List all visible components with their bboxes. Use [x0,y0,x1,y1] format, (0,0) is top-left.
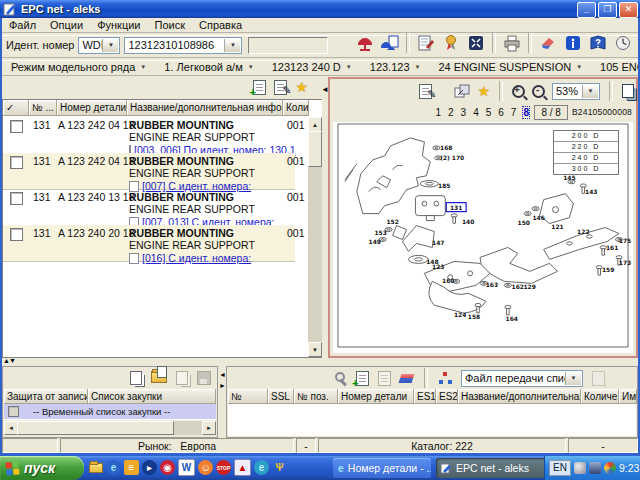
tray-app-icon-1[interactable] [574,462,586,474]
task-button-browser[interactable]: e Номер детали - ... [333,458,431,478]
realplayer-icon[interactable]: ◉ [160,460,175,475]
minimize-button[interactable]: _ [577,2,596,18]
page-number[interactable]: 2 [448,107,454,118]
language-indicator[interactable]: EN [549,460,571,476]
column-header-qty[interactable]: Количес... [283,100,309,116]
page-number[interactable]: 4 [473,107,479,118]
menu-file[interactable]: Файл [2,19,43,31]
column-header-es1[interactable]: ES1 [414,389,436,404]
scroll-down-icon[interactable]: ▼ [308,342,322,357]
footnote-link[interactable]: [016] С идент. номера: [142,252,251,264]
favorite-star-icon[interactable] [295,79,308,95]
column-header-name[interactable]: Название/дополнительная ин... [458,389,581,404]
tool-icon[interactable]: Ψ [272,460,287,475]
page-number[interactable]: 6 [498,107,504,118]
selector-subgroup[interactable]: 105 ENGINE SUSPENSION ON DIESEL VEHICLES [591,58,640,76]
page-number[interactable]: 7 [511,107,517,118]
help-book-icon[interactable] [587,32,609,54]
chevron-down-icon[interactable] [565,372,581,385]
column-header-part[interactable]: Номер детали [338,389,414,404]
folder-icon[interactable] [88,460,103,475]
order-pad-icon[interactable] [415,32,437,54]
award-icon[interactable] [440,32,462,54]
column-header-extra[interactable]: Име. [619,389,637,404]
eraser-icon[interactable] [537,32,559,54]
column-header-num[interactable]: № ... [29,100,57,116]
page-number[interactable]: 5 [486,107,492,118]
fit-image-icon[interactable] [454,84,470,98]
menu-help[interactable]: Справка [192,19,249,31]
page-number[interactable]: 1 [435,107,441,118]
view-doc-icon[interactable] [378,371,391,386]
column-header-pos[interactable]: № поз. [294,389,338,404]
structure-icon[interactable] [439,372,452,384]
search-tool-icon[interactable] [335,372,347,384]
export-icon[interactable] [592,371,605,386]
ident-number-combo[interactable]: 12312310108986 [124,37,242,54]
zoom-out-icon[interactable] [532,85,545,98]
internet-explorer-icon[interactable]: e [106,460,121,475]
chevron-down-icon[interactable] [224,39,240,52]
favorite-star-icon[interactable] [477,83,490,99]
abbyy-icon[interactable]: ▲ [234,459,251,476]
scroll-right-icon[interactable]: ► [202,421,216,435]
service-car-icon[interactable] [354,32,376,54]
transfer-file-combo[interactable]: Файл передачи списка зак... [461,370,583,387]
purchase-list-row[interactable]: -- Временный список закупки -- [4,404,216,419]
table-row[interactable]: 131 A 123 240 13 18 RUBBER MOUNTING ENGI… [3,189,295,226]
menu-options[interactable]: Опции [43,19,90,31]
outlook-icon[interactable]: ≡ [124,460,139,475]
selector-series[interactable]: 123.123 [361,58,430,76]
chevron-down-icon[interactable] [102,39,118,52]
zoom-in-icon[interactable] [512,85,525,98]
print-icon[interactable] [501,32,523,54]
column-header-no[interactable]: № [228,389,268,404]
menu-functions[interactable]: Функции [90,19,147,31]
pages-icon[interactable] [622,84,634,98]
column-header-write-protect[interactable]: Защита от записи [4,389,88,404]
add-to-list-icon[interactable] [253,80,266,95]
selector-vehicle-type[interactable]: 1. Легковой а/м [155,58,262,76]
chevron-down-icon[interactable] [582,85,598,98]
scroll-up-icon[interactable]: ▲ [308,117,322,132]
tray-app-icon-3[interactable] [604,462,616,474]
vehicle-data-icon[interactable] [379,32,401,54]
selector-group[interactable]: 24 ENGINE SUSPENSION [429,58,591,76]
bottom-splitter[interactable] [218,366,226,438]
table-row[interactable]: 131 A 123 242 04 13 RUBBER MOUNTING ENGI… [3,153,295,190]
column-header-check[interactable]: ✓ [3,100,29,116]
scroll-left-icon[interactable]: ◄ [4,421,18,435]
parts-diagram[interactable]: 168(2) 170185131140152153149147148150146… [333,122,633,353]
stop-icon[interactable]: STOP [216,460,231,475]
explorer-icon[interactable]: e [254,460,269,475]
row-checkbox[interactable] [10,228,23,241]
session-time-icon[interactable] [612,32,634,54]
table-row[interactable]: 131 A 123 242 04 13 RUBBER MOUNTING ENGI… [3,117,295,154]
column-header-name[interactable]: Название/дополнительная информация [127,100,283,116]
page-number-active[interactable]: 8 [523,107,529,118]
column-header-list[interactable]: Список закупки [88,389,216,404]
media-player-icon[interactable]: ▸ [142,460,157,475]
start-button[interactable]: пуск [0,456,84,480]
open-list-icon[interactable] [151,371,167,385]
edit-note-icon[interactable] [274,80,287,95]
horizontal-scrollbar[interactable]: ◄ ► [4,421,216,435]
word-icon[interactable]: W [178,459,195,476]
duplicate-icon[interactable] [176,371,188,385]
tray-app-icon-2[interactable] [589,462,601,474]
add-to-list-icon[interactable] [356,371,369,386]
table-row[interactable]: 131 A 123 240 20 18 RUBBER MOUNTING ENGI… [3,225,295,262]
eraser-icon[interactable] [399,374,415,383]
task-button-epc[interactable]: EPC net - aleks [436,458,554,478]
column-header-qty[interactable]: Количе... [581,389,619,404]
row-checkbox[interactable] [10,192,23,205]
scrollbar-thumb[interactable] [308,131,322,167]
messenger-icon[interactable]: ☺ [198,460,213,475]
selector-model-mode[interactable]: Режим модельного ряда [2,58,155,76]
edit-note-icon[interactable] [419,84,432,99]
info-icon[interactable] [562,32,584,54]
wdb-combo[interactable]: WDB [78,37,120,54]
horizontal-splitter[interactable] [0,358,640,366]
copy-list-icon[interactable] [130,371,142,385]
zoom-combo[interactable]: 53% [552,83,600,100]
